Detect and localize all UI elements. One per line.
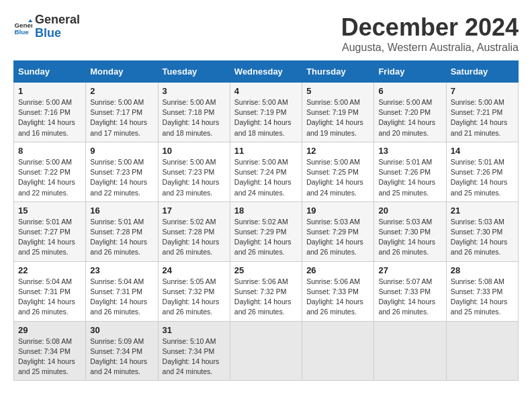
calendar-cell: 1Sunrise: 5:00 AMSunset: 7:16 PMDaylight… xyxy=(14,83,86,142)
calendar-cell: 20Sunrise: 5:03 AMSunset: 7:30 PMDayligh… xyxy=(374,201,446,261)
day-number: 9 xyxy=(90,146,153,156)
calendar-cell: 21Sunrise: 5:03 AMSunset: 7:30 PMDayligh… xyxy=(446,201,518,261)
calendar-cell: 28Sunrise: 5:08 AMSunset: 7:33 PMDayligh… xyxy=(446,261,518,321)
svg-text:Blue: Blue xyxy=(14,28,29,36)
day-number: 6 xyxy=(378,86,441,96)
day-number: 1 xyxy=(18,86,81,96)
day-info: Sunrise: 5:00 AMSunset: 7:16 PMDaylight:… xyxy=(18,97,81,138)
day-info: Sunrise: 5:08 AMSunset: 7:34 PMDaylight:… xyxy=(18,336,81,377)
day-info: Sunrise: 5:07 AMSunset: 7:33 PMDaylight:… xyxy=(378,277,441,318)
calendar-cell: 26Sunrise: 5:06 AMSunset: 7:33 PMDayligh… xyxy=(302,261,374,321)
day-number: 22 xyxy=(18,265,81,275)
header: General Blue General Blue December 2024 … xyxy=(13,13,519,54)
calendar-body: 1Sunrise: 5:00 AMSunset: 7:16 PMDaylight… xyxy=(14,83,519,381)
header-friday: Friday xyxy=(374,61,446,83)
day-info: Sunrise: 5:02 AMSunset: 7:28 PMDaylight:… xyxy=(163,217,226,258)
day-info: Sunrise: 5:00 AMSunset: 7:22 PMDaylight:… xyxy=(18,157,81,198)
day-info: Sunrise: 5:03 AMSunset: 7:29 PMDaylight:… xyxy=(306,217,369,258)
day-number: 8 xyxy=(18,146,81,156)
calendar-week-4: 22Sunrise: 5:04 AMSunset: 7:31 PMDayligh… xyxy=(14,261,519,321)
logo-blue: Blue xyxy=(35,27,80,40)
day-number: 19 xyxy=(306,205,369,216)
day-info: Sunrise: 5:06 AMSunset: 7:33 PMDaylight:… xyxy=(306,277,369,318)
day-number: 7 xyxy=(451,86,514,96)
day-number: 24 xyxy=(163,265,226,275)
day-info: Sunrise: 5:00 AMSunset: 7:17 PMDaylight:… xyxy=(90,97,153,138)
day-info: Sunrise: 5:08 AMSunset: 7:33 PMDaylight:… xyxy=(451,277,514,318)
day-info: Sunrise: 5:00 AMSunset: 7:18 PMDaylight:… xyxy=(163,97,226,138)
logo: General Blue General Blue xyxy=(13,13,80,40)
calendar-cell: 14Sunrise: 5:01 AMSunset: 7:26 PMDayligh… xyxy=(446,142,518,201)
calendar-cell: 10Sunrise: 5:00 AMSunset: 7:23 PMDayligh… xyxy=(158,142,230,201)
day-info: Sunrise: 5:01 AMSunset: 7:26 PMDaylight:… xyxy=(378,157,441,198)
calendar-header: Sunday Monday Tuesday Wednesday Thursday… xyxy=(14,61,519,83)
calendar-cell: 15Sunrise: 5:01 AMSunset: 7:27 PMDayligh… xyxy=(14,201,86,261)
day-number: 14 xyxy=(451,146,514,156)
day-number: 27 xyxy=(378,265,441,275)
calendar-cell: 30Sunrise: 5:09 AMSunset: 7:34 PMDayligh… xyxy=(86,321,158,381)
header-monday: Monday xyxy=(86,61,158,83)
calendar-cell: 8Sunrise: 5:00 AMSunset: 7:22 PMDaylight… xyxy=(14,142,86,201)
day-info: Sunrise: 5:00 AMSunset: 7:21 PMDaylight:… xyxy=(451,97,514,138)
day-number: 29 xyxy=(18,325,81,335)
calendar-week-3: 15Sunrise: 5:01 AMSunset: 7:27 PMDayligh… xyxy=(14,201,519,261)
calendar-cell: 4Sunrise: 5:00 AMSunset: 7:19 PMDaylight… xyxy=(230,83,302,142)
svg-marker-3 xyxy=(28,19,32,22)
day-number: 13 xyxy=(378,146,441,156)
day-info: Sunrise: 5:00 AMSunset: 7:19 PMDaylight:… xyxy=(306,97,369,138)
day-number: 17 xyxy=(163,205,226,216)
calendar-cell: 22Sunrise: 5:04 AMSunset: 7:31 PMDayligh… xyxy=(14,261,86,321)
header-thursday: Thursday xyxy=(302,61,374,83)
day-number: 4 xyxy=(234,86,298,96)
day-number: 23 xyxy=(90,265,153,275)
calendar-table: Sunday Monday Tuesday Wednesday Thursday… xyxy=(13,60,519,381)
logo-text: General Blue xyxy=(35,13,80,40)
calendar-cell: 7Sunrise: 5:00 AMSunset: 7:21 PMDaylight… xyxy=(446,83,518,142)
calendar-week-5: 29Sunrise: 5:08 AMSunset: 7:34 PMDayligh… xyxy=(14,321,519,381)
day-info: Sunrise: 5:00 AMSunset: 7:23 PMDaylight:… xyxy=(163,157,226,198)
day-info: Sunrise: 5:06 AMSunset: 7:32 PMDaylight:… xyxy=(234,277,298,318)
calendar-cell: 31Sunrise: 5:10 AMSunset: 7:34 PMDayligh… xyxy=(158,321,230,381)
calendar-cell xyxy=(446,321,518,381)
day-info: Sunrise: 5:00 AMSunset: 7:23 PMDaylight:… xyxy=(90,157,153,198)
day-info: Sunrise: 5:10 AMSunset: 7:34 PMDaylight:… xyxy=(163,336,226,377)
day-number: 31 xyxy=(163,325,226,335)
day-info: Sunrise: 5:03 AMSunset: 7:30 PMDaylight:… xyxy=(378,217,441,258)
day-number: 25 xyxy=(234,265,298,275)
calendar-cell: 19Sunrise: 5:03 AMSunset: 7:29 PMDayligh… xyxy=(302,201,374,261)
header-tuesday: Tuesday xyxy=(158,61,230,83)
day-number: 18 xyxy=(234,205,298,216)
day-number: 5 xyxy=(306,86,369,96)
header-wednesday: Wednesday xyxy=(230,61,302,83)
day-info: Sunrise: 5:01 AMSunset: 7:27 PMDaylight:… xyxy=(18,217,81,258)
calendar-cell: 13Sunrise: 5:01 AMSunset: 7:26 PMDayligh… xyxy=(374,142,446,201)
calendar-cell: 24Sunrise: 5:05 AMSunset: 7:32 PMDayligh… xyxy=(158,261,230,321)
calendar-cell xyxy=(302,321,374,381)
calendar-cell: 12Sunrise: 5:00 AMSunset: 7:25 PMDayligh… xyxy=(302,142,374,201)
day-number: 30 xyxy=(90,325,153,335)
calendar-cell: 3Sunrise: 5:00 AMSunset: 7:18 PMDaylight… xyxy=(158,83,230,142)
header-saturday: Saturday xyxy=(446,61,518,83)
day-number: 21 xyxy=(451,205,514,216)
location-subtitle: Augusta, Western Australia, Australia xyxy=(341,42,519,54)
logo-general: General xyxy=(35,13,80,27)
day-info: Sunrise: 5:01 AMSunset: 7:26 PMDaylight:… xyxy=(451,157,514,198)
header-row: Sunday Monday Tuesday Wednesday Thursday… xyxy=(14,61,519,83)
day-number: 28 xyxy=(451,265,514,275)
day-number: 12 xyxy=(306,146,369,156)
calendar-cell: 16Sunrise: 5:01 AMSunset: 7:28 PMDayligh… xyxy=(86,201,158,261)
day-info: Sunrise: 5:04 AMSunset: 7:31 PMDaylight:… xyxy=(90,277,153,318)
day-info: Sunrise: 5:00 AMSunset: 7:25 PMDaylight:… xyxy=(306,157,369,198)
day-info: Sunrise: 5:09 AMSunset: 7:34 PMDaylight:… xyxy=(90,336,153,377)
day-number: 16 xyxy=(90,205,153,216)
day-info: Sunrise: 5:00 AMSunset: 7:19 PMDaylight:… xyxy=(234,97,298,138)
day-info: Sunrise: 5:01 AMSunset: 7:28 PMDaylight:… xyxy=(90,217,153,258)
day-info: Sunrise: 5:00 AMSunset: 7:20 PMDaylight:… xyxy=(378,97,441,138)
calendar-cell: 11Sunrise: 5:00 AMSunset: 7:24 PMDayligh… xyxy=(230,142,302,201)
day-number: 10 xyxy=(163,146,226,156)
day-info: Sunrise: 5:03 AMSunset: 7:30 PMDaylight:… xyxy=(451,217,514,258)
calendar-cell: 17Sunrise: 5:02 AMSunset: 7:28 PMDayligh… xyxy=(158,201,230,261)
day-number: 2 xyxy=(90,86,153,96)
day-number: 3 xyxy=(163,86,226,96)
calendar-cell: 2Sunrise: 5:00 AMSunset: 7:17 PMDaylight… xyxy=(86,83,158,142)
